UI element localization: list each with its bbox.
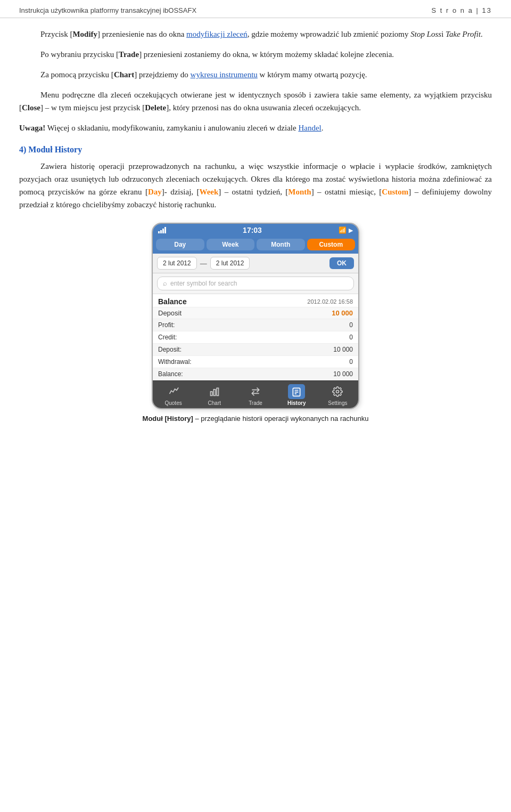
date-from-field[interactable]: 2 lut 2012 xyxy=(157,257,197,270)
period-nav-tabs: Day Week Month Custom xyxy=(153,237,358,254)
trade-nav-icon xyxy=(247,384,264,399)
date-range-bar: 2 lut 2012 — 2 lut 2012 OK xyxy=(153,254,358,273)
balance-row-value: 10 000 xyxy=(275,368,358,380)
main-content: Przycisk [Modify] przeniesienie nas do o… xyxy=(0,28,511,423)
wykres-instrumentu-link[interactable]: wykresu instrumentu xyxy=(191,70,258,79)
tab-day[interactable]: Day xyxy=(156,239,204,250)
wifi-icon: 📶 xyxy=(339,226,347,234)
history-nav-label: History xyxy=(287,400,306,406)
status-bar-left xyxy=(158,227,166,233)
balance-table-row: Profit:0 xyxy=(153,319,358,331)
tab-month[interactable]: Month xyxy=(257,239,305,250)
deposit-value: 10 000 xyxy=(332,309,353,317)
bottom-nav-settings[interactable]: Settings xyxy=(317,384,358,406)
balance-row-label: Credit: xyxy=(153,331,275,344)
balance-header-row: Balance 2012.02.02 16:58 xyxy=(153,294,358,307)
modyfikacji-zlecon-link[interactable]: modyfikacji zleceń xyxy=(186,30,248,38)
bottom-nav-chart[interactable]: Chart xyxy=(194,384,235,406)
balance-row-label: Deposit: xyxy=(153,344,275,356)
chart-nav-label: Chart xyxy=(208,400,221,406)
settings-nav-label: Settings xyxy=(328,400,347,406)
status-bar: 17:03 📶 ▶ xyxy=(153,224,358,237)
svg-point-9 xyxy=(336,391,339,393)
warning-label: Uwaga! xyxy=(19,124,45,132)
search-bar: ⌕ enter symbol for search xyxy=(153,273,358,294)
bottom-nav-history[interactable]: History xyxy=(276,384,317,406)
balance-row-label: Profit: xyxy=(153,319,275,331)
balance-row-value: 0 xyxy=(275,319,358,331)
date-dash: — xyxy=(200,259,207,267)
paragraph-warning: Uwaga! Więcej o składaniu, modyfikowaniu… xyxy=(19,121,492,134)
phone-caption: Moduł [History] – przeglądanie historii … xyxy=(19,415,492,423)
balance-date: 2012.02.02 16:58 xyxy=(307,298,353,305)
balance-table-row: Withdrawal:0 xyxy=(153,356,358,368)
history-nav-icon xyxy=(288,384,305,399)
modify-label: Modify xyxy=(72,30,97,38)
location-icon: ▶ xyxy=(349,227,353,234)
tab-custom[interactable]: Custom xyxy=(307,239,356,250)
deposit-label: Deposit xyxy=(158,309,182,317)
paragraph-1: Przycisk [Modify] przeniesienie nas do o… xyxy=(19,28,492,40)
section-title: Moduł History xyxy=(28,145,82,154)
search-placeholder-text: enter symbol for search xyxy=(170,280,237,287)
balance-table-row: Deposit:10 000 xyxy=(153,344,358,356)
document-title: Instrukcja użytkownika platformy transak… xyxy=(19,6,196,14)
section-4-heading: 4) Moduł History xyxy=(19,145,492,155)
balance-section: Balance 2012.02.02 16:58 Deposit 10 000 … xyxy=(153,294,358,380)
page-header: Instrukcja użytkownika platformy transak… xyxy=(0,0,511,18)
date-to-field[interactable]: 2 lut 2012 xyxy=(210,257,250,270)
signal-bars-icon xyxy=(158,227,166,233)
tab-week[interactable]: Week xyxy=(207,239,255,250)
bottom-nav-trade[interactable]: Trade xyxy=(235,384,276,406)
section-description: Zawiera historię operacji przeprowadzony… xyxy=(19,160,492,211)
bottom-nav-quotes[interactable]: Quotes xyxy=(153,384,194,406)
balance-row-value: 0 xyxy=(275,356,358,368)
phone-mockup-container: 17:03 📶 ▶ Day Week Month Custom 2 lut 20… xyxy=(19,223,492,409)
balance-table-row: Balance:10 000 xyxy=(153,368,358,380)
trade-nav-label: Trade xyxy=(249,400,262,406)
balance-row-value: 10 000 xyxy=(275,344,358,356)
paragraph-2: Po wybraniu przycisku [Trade] przeniesie… xyxy=(19,48,492,61)
phone-mockup: 17:03 📶 ▶ Day Week Month Custom 2 lut 20… xyxy=(152,223,359,409)
page-number: S t r o n a | 13 xyxy=(432,6,492,14)
chart-nav-icon xyxy=(206,384,223,399)
handel-link[interactable]: Handel xyxy=(298,124,321,132)
search-icon: ⌕ xyxy=(163,279,167,288)
paragraph-3: Za pomocą przycisku [Chart] przejdziemy … xyxy=(19,68,492,81)
balance-table-row: Credit:0 xyxy=(153,331,358,344)
paragraph-4: Menu podręczne dla zleceń oczekujących o… xyxy=(19,88,492,114)
balance-row-label: Balance: xyxy=(153,368,275,380)
balance-table: Profit:0Credit:0Deposit:10 000Withdrawal… xyxy=(153,319,358,380)
search-input-wrap: ⌕ enter symbol for search xyxy=(157,277,354,290)
chart-label: Chart xyxy=(114,70,134,79)
caption-bold: Moduł [History] xyxy=(143,415,193,423)
status-time: 17:03 xyxy=(243,226,262,234)
svg-rect-2 xyxy=(217,388,218,395)
settings-nav-icon xyxy=(329,384,346,399)
ok-button[interactable]: OK xyxy=(329,257,354,269)
balance-title: Balance xyxy=(158,297,187,306)
balance-row-value: 0 xyxy=(275,331,358,344)
svg-rect-0 xyxy=(210,392,212,396)
svg-rect-1 xyxy=(213,389,215,396)
status-bar-right: 📶 ▶ xyxy=(339,226,353,234)
bottom-nav: Quotes Chart xyxy=(153,380,358,408)
caption-rest: – przeglądanie historii operacji wykonan… xyxy=(193,415,369,423)
quotes-icon xyxy=(165,384,182,399)
balance-deposit-row: Deposit 10 000 xyxy=(153,307,358,319)
balance-row-label: Withdrawal: xyxy=(153,356,275,368)
quotes-label: Quotes xyxy=(164,400,182,406)
trade-label: Trade xyxy=(119,50,139,59)
